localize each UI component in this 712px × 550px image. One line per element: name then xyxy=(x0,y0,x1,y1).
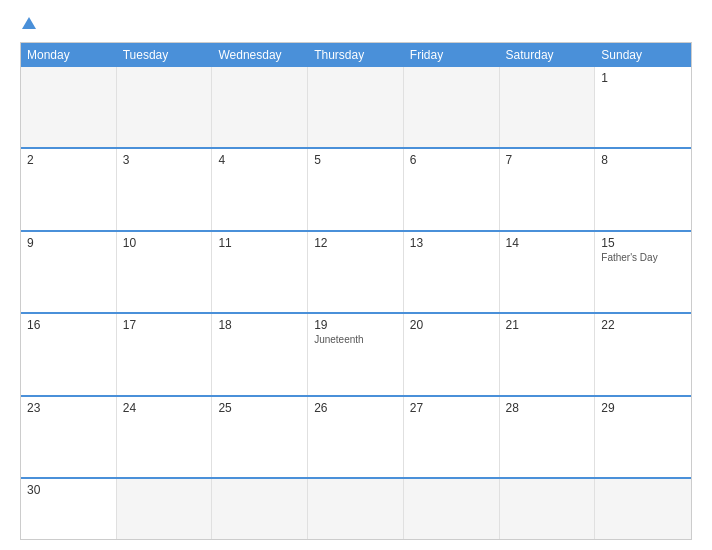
logo xyxy=(20,16,36,32)
day-number: 1 xyxy=(601,71,685,85)
day-cell: 20 xyxy=(404,314,500,394)
day-number: 12 xyxy=(314,236,397,250)
day-number: 3 xyxy=(123,153,206,167)
day-cell: 4 xyxy=(212,149,308,229)
day-cell: 30 xyxy=(21,479,117,539)
day-number: 17 xyxy=(123,318,206,332)
day-number: 23 xyxy=(27,401,110,415)
day-cell: 27 xyxy=(404,397,500,477)
day-number: 25 xyxy=(218,401,301,415)
week-row-2: 2345678 xyxy=(21,147,691,229)
day-cell: 13 xyxy=(404,232,500,312)
day-header-tuesday: Tuesday xyxy=(117,43,213,67)
day-cell xyxy=(500,67,596,147)
day-cell: 22 xyxy=(595,314,691,394)
day-number: 30 xyxy=(27,483,110,497)
day-number: 10 xyxy=(123,236,206,250)
calendar: MondayTuesdayWednesdayThursdayFridaySatu… xyxy=(20,42,692,540)
day-number: 8 xyxy=(601,153,685,167)
week-row-1: 1 xyxy=(21,67,691,147)
day-cell xyxy=(212,67,308,147)
day-header-thursday: Thursday xyxy=(308,43,404,67)
week-row-4: 16171819Juneteenth202122 xyxy=(21,312,691,394)
day-number: 4 xyxy=(218,153,301,167)
day-cell: 19Juneteenth xyxy=(308,314,404,394)
event-label: Juneteenth xyxy=(314,334,397,345)
day-cell: 6 xyxy=(404,149,500,229)
day-cell xyxy=(500,479,596,539)
day-cell: 2 xyxy=(21,149,117,229)
day-number: 19 xyxy=(314,318,397,332)
day-cell: 10 xyxy=(117,232,213,312)
day-cell: 18 xyxy=(212,314,308,394)
day-header-monday: Monday xyxy=(21,43,117,67)
day-header-friday: Friday xyxy=(404,43,500,67)
day-number: 26 xyxy=(314,401,397,415)
day-cell xyxy=(404,67,500,147)
day-number: 21 xyxy=(506,318,589,332)
day-cell: 11 xyxy=(212,232,308,312)
day-number: 16 xyxy=(27,318,110,332)
day-number: 28 xyxy=(506,401,589,415)
calendar-page: MondayTuesdayWednesdayThursdayFridaySatu… xyxy=(0,0,712,550)
day-header-saturday: Saturday xyxy=(500,43,596,67)
day-cell: 17 xyxy=(117,314,213,394)
day-cell: 15Father's Day xyxy=(595,232,691,312)
day-cell: 25 xyxy=(212,397,308,477)
day-header-wednesday: Wednesday xyxy=(212,43,308,67)
day-number: 7 xyxy=(506,153,589,167)
header xyxy=(20,16,692,32)
day-cell xyxy=(21,67,117,147)
day-cell: 14 xyxy=(500,232,596,312)
event-label: Father's Day xyxy=(601,252,685,263)
logo-general xyxy=(20,16,36,32)
day-number: 18 xyxy=(218,318,301,332)
day-cell xyxy=(117,67,213,147)
day-number: 22 xyxy=(601,318,685,332)
week-row-3: 9101112131415Father's Day xyxy=(21,230,691,312)
day-cell: 28 xyxy=(500,397,596,477)
day-headers-row: MondayTuesdayWednesdayThursdayFridaySatu… xyxy=(21,43,691,67)
day-number: 6 xyxy=(410,153,493,167)
day-cell: 3 xyxy=(117,149,213,229)
day-cell: 24 xyxy=(117,397,213,477)
day-number: 13 xyxy=(410,236,493,250)
day-cell: 23 xyxy=(21,397,117,477)
day-number: 14 xyxy=(506,236,589,250)
day-cell: 12 xyxy=(308,232,404,312)
day-cell: 21 xyxy=(500,314,596,394)
day-cell: 16 xyxy=(21,314,117,394)
day-cell: 9 xyxy=(21,232,117,312)
day-cell: 1 xyxy=(595,67,691,147)
day-number: 9 xyxy=(27,236,110,250)
day-cell: 29 xyxy=(595,397,691,477)
day-number: 11 xyxy=(218,236,301,250)
day-number: 29 xyxy=(601,401,685,415)
day-header-sunday: Sunday xyxy=(595,43,691,67)
day-number: 20 xyxy=(410,318,493,332)
day-number: 24 xyxy=(123,401,206,415)
week-row-5: 23242526272829 xyxy=(21,395,691,477)
calendar-body: 123456789101112131415Father's Day1617181… xyxy=(21,67,691,539)
day-cell xyxy=(212,479,308,539)
day-cell xyxy=(308,67,404,147)
day-number: 2 xyxy=(27,153,110,167)
day-number: 5 xyxy=(314,153,397,167)
week-row-6: 30 xyxy=(21,477,691,539)
day-cell xyxy=(308,479,404,539)
day-cell: 7 xyxy=(500,149,596,229)
day-cell xyxy=(117,479,213,539)
logo-triangle-icon xyxy=(22,17,36,29)
day-cell: 5 xyxy=(308,149,404,229)
day-cell: 26 xyxy=(308,397,404,477)
day-cell: 8 xyxy=(595,149,691,229)
day-cell xyxy=(404,479,500,539)
day-number: 15 xyxy=(601,236,685,250)
day-cell xyxy=(595,479,691,539)
day-number: 27 xyxy=(410,401,493,415)
